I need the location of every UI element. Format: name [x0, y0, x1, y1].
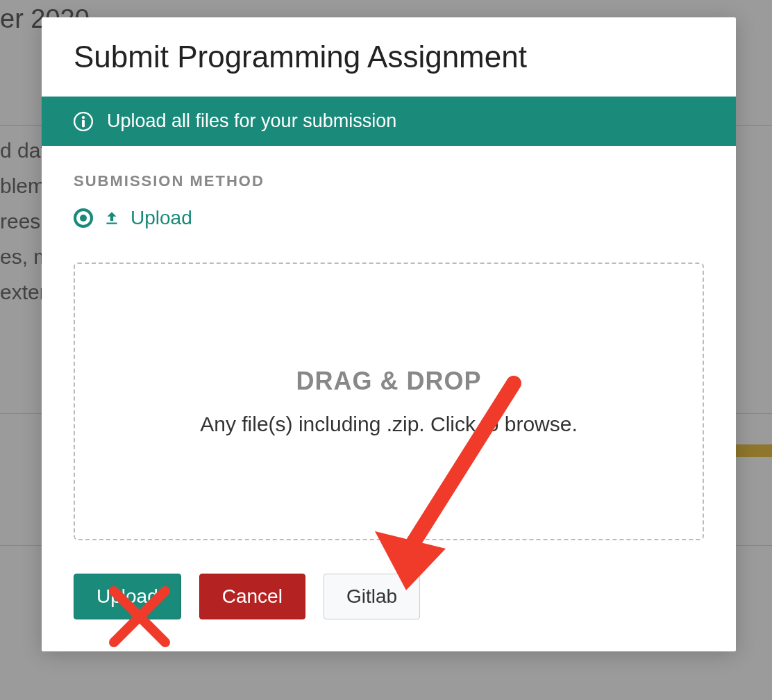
submit-assignment-modal: Submit Programming Assignment Upload all… [42, 17, 736, 651]
info-banner: Upload all files for your submission [42, 97, 736, 146]
modal-button-row: Upload Cancel Gitlab [74, 574, 704, 619]
submission-method-upload[interactable]: Upload [74, 207, 704, 229]
dropzone-subtitle: Any file(s) including .zip. Click to bro… [200, 412, 578, 436]
upload-icon [103, 209, 121, 227]
method-label: Upload [131, 207, 192, 229]
radio-selected-icon [74, 208, 93, 228]
svg-point-1 [82, 116, 85, 119]
modal-title: Submit Programming Assignment [42, 17, 736, 97]
modal-body: SUBMISSION METHOD Upload DRAG & DROP Any… [42, 146, 736, 651]
file-dropzone[interactable]: DRAG & DROP Any file(s) including .zip. … [74, 262, 704, 540]
info-banner-text: Upload all files for your submission [107, 110, 396, 132]
gitlab-button[interactable]: Gitlab [324, 574, 420, 619]
info-icon [74, 112, 93, 131]
dropzone-title: DRAG & DROP [296, 367, 481, 396]
submission-method-label: SUBMISSION METHOD [74, 172, 704, 190]
svg-rect-2 [82, 119, 85, 127]
upload-button[interactable]: Upload [74, 574, 181, 619]
cancel-button[interactable]: Cancel [199, 574, 305, 619]
